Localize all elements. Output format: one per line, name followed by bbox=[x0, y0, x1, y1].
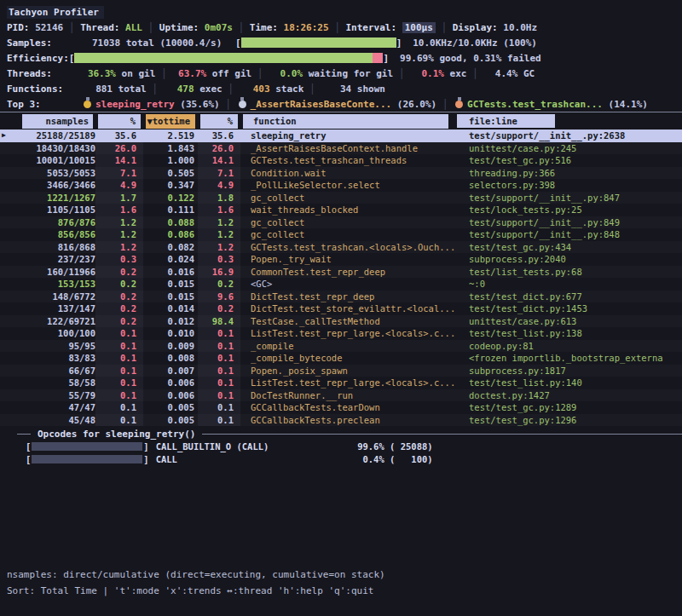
samples-rate: 10.0KHz/10.0KHz (100%) bbox=[413, 37, 537, 49]
cell-nsamples: 137/147 bbox=[9, 302, 95, 315]
cell-direct-percent: 0.2 bbox=[95, 315, 143, 328]
top3-percent: (14.1%) bbox=[603, 99, 648, 110]
cell-function: DictTest.test_store_evilattr.<local... bbox=[240, 302, 457, 315]
cell-file-line: test/lock_tests.py:25 bbox=[457, 204, 682, 216]
cell-direct-percent: 0.1 bbox=[95, 352, 143, 365]
cell-nsamples: 55/79 bbox=[9, 389, 95, 402]
table-row[interactable]: 856/8561.20.0861.2gc_collecttest/support… bbox=[0, 228, 682, 241]
table-body: ▶25188/2518935.62.51935.6sleeping_retryt… bbox=[0, 130, 682, 426]
cell-function: GCTests.test_trashcan.<locals>.Ouch... bbox=[240, 241, 457, 254]
table-row[interactable]: 816/8681.20.0821.2GCTests.test_trashcan.… bbox=[0, 241, 682, 254]
opcode-row: []CALL0.4% ( 100) bbox=[0, 452, 682, 465]
segment-separator: │ bbox=[147, 83, 164, 95]
cell-tottime: 0.088 bbox=[143, 216, 198, 229]
table-row[interactable]: 66/670.10.0070.1Popen._posix_spawnsubpro… bbox=[0, 365, 682, 377]
row-arrow-slot bbox=[0, 315, 9, 328]
cell-cumulative-percent: 0.1 bbox=[198, 340, 240, 353]
cell-nsamples: 153/153 bbox=[9, 278, 95, 291]
cell-function: TestCase._callTestMethod bbox=[240, 315, 457, 328]
segment-value: 63.7% bbox=[172, 68, 206, 79]
row-arrow-slot bbox=[0, 389, 9, 402]
segment-separator: │ bbox=[466, 68, 483, 79]
row-arrow-slot bbox=[0, 228, 9, 241]
opcode-name: CALL bbox=[156, 454, 350, 464]
table-row[interactable]: 95/950.10.0090.1_compilecodeop.py:81 bbox=[0, 340, 682, 353]
cell-cumulative-percent: 14.1 bbox=[198, 154, 240, 167]
row-arrow-slot bbox=[0, 167, 9, 180]
cell-cumulative-percent: 98.4 bbox=[198, 315, 240, 328]
column-header[interactable]: % bbox=[98, 114, 141, 129]
threads-row: Threads:36.3% on gil │ 63.7% off gil │ 0… bbox=[7, 66, 680, 81]
top-functions-row: Top 3:sleeping_retry (35.6%) │ _AssertRa… bbox=[7, 96, 680, 112]
segment-label: on gil bbox=[116, 68, 155, 79]
segment-label: GC bbox=[517, 68, 535, 79]
cell-nsamples: 66/67 bbox=[9, 365, 95, 377]
table-row[interactable]: 137/1470.20.0140.2DictTest.test_store_ev… bbox=[0, 302, 682, 315]
row-arrow-slot bbox=[0, 192, 9, 204]
segment-value: 4.4% bbox=[483, 68, 517, 79]
column-header[interactable]: function bbox=[243, 114, 448, 129]
cell-tottime: 0.007 bbox=[143, 365, 198, 377]
table-row[interactable]: 1105/11051.60.1111.6wait_threads_blocked… bbox=[0, 204, 682, 216]
table-row[interactable]: 876/8761.20.0881.2gc_collecttest/support… bbox=[0, 216, 682, 229]
cell-cumulative-percent: 1.6 bbox=[198, 204, 240, 216]
cell-direct-percent: 0.1 bbox=[95, 340, 143, 353]
table-row[interactable]: 122/697210.20.01298.4TestCase._callTestM… bbox=[0, 315, 682, 328]
status-label: Interval: bbox=[345, 22, 402, 33]
table-row[interactable]: 3466/34664.90.3474.9_PollLikeSelector.se… bbox=[0, 179, 682, 192]
table-row[interactable]: 1221/12671.70.1221.8gc_collecttest/suppo… bbox=[0, 192, 682, 204]
table-row[interactable]: 58/580.10.0060.1ListTest.test_repr_large… bbox=[0, 377, 682, 389]
cell-direct-percent: 0.1 bbox=[95, 377, 143, 389]
cell-tottime: 0.122 bbox=[143, 192, 198, 204]
cell-nsamples: 856/856 bbox=[9, 228, 95, 241]
title-row: Tachyon Profiler bbox=[7, 4, 680, 20]
cell-direct-percent: 0.1 bbox=[95, 365, 143, 377]
table-row[interactable]: 10001/1001514.11.00014.1GCTests.test_tra… bbox=[0, 154, 682, 167]
table-row[interactable]: 153/1530.20.0150.2<GC>~:0 bbox=[0, 278, 682, 291]
cell-file-line: test/test_dict.py:677 bbox=[457, 291, 682, 303]
cell-file-line: unittest/case.py:245 bbox=[457, 142, 682, 155]
functions-label: Functions: bbox=[7, 83, 82, 95]
table-row[interactable]: 47/470.10.0050.1GCCallbackTests.tearDown… bbox=[0, 401, 682, 414]
column-header[interactable]: % bbox=[200, 114, 238, 129]
row-arrow-slot bbox=[0, 291, 9, 303]
table-row[interactable]: 148/67720.20.0159.6DictTest.test_repr_de… bbox=[0, 291, 682, 303]
cell-file-line: codeop.py:81 bbox=[457, 340, 682, 353]
top3-percent: (26.0%) bbox=[391, 99, 436, 110]
opcode-bar-bracket: [ bbox=[26, 454, 31, 464]
cell-direct-percent: 0.2 bbox=[95, 302, 143, 315]
cell-cumulative-percent: 0.1 bbox=[198, 365, 240, 377]
table-row[interactable]: 18430/1843026.01.84326.0_AssertRaisesBas… bbox=[0, 142, 682, 155]
cell-tottime: 1.843 bbox=[143, 142, 198, 155]
table-row[interactable]: 83/830.10.0080.1_compile_bytecode<frozen… bbox=[0, 352, 682, 365]
cell-direct-percent: 0.1 bbox=[95, 401, 143, 414]
cell-file-line: test/test_dict.py:1453 bbox=[457, 302, 682, 315]
cell-direct-percent: 35.6 bbox=[95, 130, 143, 142]
opcodes-title-row: Opcodes for sleeping_retry() bbox=[0, 428, 682, 440]
row-arrow-slot bbox=[0, 327, 9, 340]
table-row[interactable]: ▶25188/2518935.62.51935.6sleeping_retryt… bbox=[0, 130, 682, 142]
segment-value: 478 bbox=[164, 83, 194, 95]
cell-nsamples: 122/69721 bbox=[9, 315, 95, 328]
cell-file-line: test/support/__init__.py:2638 bbox=[457, 130, 682, 142]
table-row[interactable]: 55/790.10.0060.1DocTestRunner.__rundocte… bbox=[0, 389, 682, 402]
samples-label: Samples: bbox=[7, 37, 82, 49]
cell-nsamples: 237/237 bbox=[9, 253, 95, 266]
cell-cumulative-percent: 7.1 bbox=[198, 167, 240, 180]
cell-file-line: selectors.py:398 bbox=[457, 179, 682, 192]
table-row[interactable]: 45/480.10.0050.1GCCallbackTests.preclean… bbox=[0, 414, 682, 427]
column-header-file[interactable]: file:line bbox=[457, 114, 682, 129]
cell-function: DictTest.test_repr_deep bbox=[240, 291, 457, 303]
column-header[interactable]: nsamples bbox=[22, 114, 93, 129]
table-row[interactable]: 160/119660.20.01616.9CommonTest.test_rep… bbox=[0, 266, 682, 279]
cell-direct-percent: 26.0 bbox=[95, 142, 143, 155]
segment-value: 0.0% bbox=[269, 68, 303, 79]
cell-nsamples: 5053/5053 bbox=[9, 167, 95, 180]
column-header[interactable]: ▼tottime bbox=[146, 114, 195, 129]
table-row[interactable]: 237/2370.30.0240.3Popen._try_waitsubproc… bbox=[0, 253, 682, 266]
cell-nsamples: 3466/3466 bbox=[9, 179, 95, 192]
cell-tottime: 0.347 bbox=[143, 179, 198, 192]
cell-cumulative-percent: 0.3 bbox=[198, 253, 240, 266]
table-row[interactable]: 5053/50537.10.5057.1Condition.waitthread… bbox=[0, 167, 682, 180]
table-row[interactable]: 100/1000.10.0100.1ListTest.test_repr_lar… bbox=[0, 327, 682, 340]
